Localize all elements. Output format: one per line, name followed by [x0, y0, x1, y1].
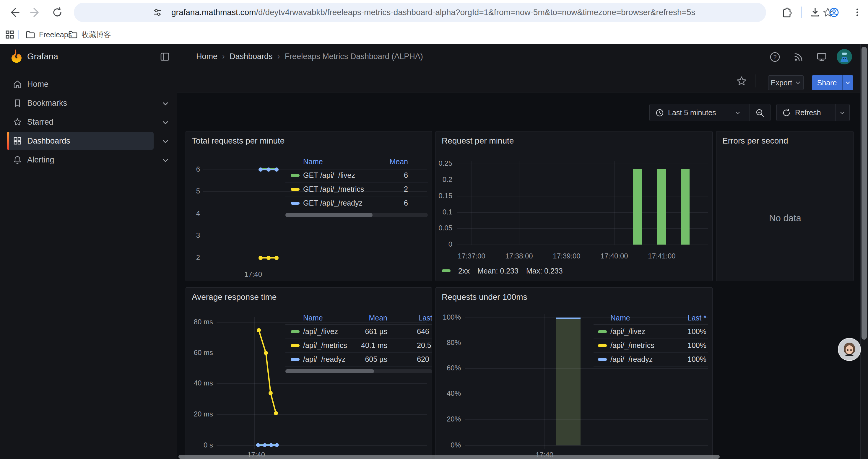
toolbar-divider: [801, 6, 802, 18]
site-settings-icon[interactable]: [153, 8, 162, 17]
sidebar: Home Bookmarks Starred Dashboards Alerti…: [0, 69, 177, 459]
y-tick: 60%: [436, 364, 461, 372]
panel-errors-per-second[interactable]: Errors per second No data: [716, 131, 854, 281]
url-path: /d/deytv4rwavabkb/freeleaps-metrics-dash…: [256, 8, 695, 17]
legend-col-mean[interactable]: Mean: [358, 314, 387, 322]
page-scrollbar-thumb[interactable]: [862, 47, 867, 340]
legend-col-name[interactable]: Name: [610, 314, 630, 322]
panel-title: Request per minute: [442, 136, 514, 145]
legend-row[interactable]: GET /api/_/metrics 2: [285, 182, 428, 196]
legend-inline[interactable]: 2xx Mean: 0.233 Max: 0.233: [442, 266, 563, 276]
time-range-label: Last 5 minutes: [668, 104, 716, 121]
legend-row[interactable]: GET /api/_/livez 6: [285, 168, 428, 183]
series-mean: Mean: 0.233: [477, 267, 519, 275]
chevron-down-icon[interactable]: [839, 110, 845, 116]
legend-row[interactable]: /api/_/readyz 100%: [593, 352, 708, 366]
sidebar-item-home[interactable]: Home: [0, 75, 177, 93]
legend-row[interactable]: /api/_/readyz 605 µs 620: [285, 352, 432, 366]
sidebar-item-label: Dashboards: [27, 132, 70, 150]
legend-col-last[interactable]: Last *: [677, 314, 706, 322]
chevron-down-icon[interactable]: [162, 100, 169, 107]
legend-col-name[interactable]: Name: [303, 157, 323, 166]
legend-row[interactable]: /api/_/metrics 100%: [593, 338, 708, 353]
breadcrumb-separator: ›: [273, 52, 285, 61]
legend-col-last[interactable]: Last: [418, 314, 432, 322]
gridline: [614, 161, 615, 244]
sidebar-item-bookmarks[interactable]: Bookmarks: [0, 94, 177, 112]
refresh-button[interactable]: Refresh: [776, 104, 850, 121]
y-tick: 0.15: [436, 192, 452, 200]
breadcrumb-separator: ›: [217, 52, 229, 61]
news-rss-icon[interactable]: [793, 52, 804, 63]
series-name: /api/_/readyz: [610, 355, 653, 364]
breadcrumb-home[interactable]: Home: [196, 52, 217, 61]
favorite-star-icon[interactable]: [736, 76, 747, 86]
series-name: /api/_/livez: [303, 327, 338, 336]
profile-icon[interactable]: [829, 7, 840, 18]
reload-icon[interactable]: [51, 6, 64, 19]
gridline: [457, 180, 708, 180]
bookmark-folder-freeleaps[interactable]: Freeleaps: [26, 25, 72, 44]
chevron-down-icon[interactable]: [162, 157, 169, 164]
breadcrumb-dashboards[interactable]: Dashboards: [229, 52, 273, 61]
share-label: Share: [817, 78, 837, 87]
assistant-avatar-button[interactable]: [838, 338, 861, 361]
legend-col-name[interactable]: Name: [303, 314, 323, 322]
url-bar[interactable]: grafana.mathmast.com/d/deytv4rwavabkb/fr…: [74, 3, 766, 22]
chevron-down-icon[interactable]: [162, 119, 169, 126]
sidebar-item-alerting[interactable]: Alerting: [0, 151, 177, 169]
time-range-picker[interactable]: Last 5 minutes: [649, 104, 771, 121]
dock-menu-icon[interactable]: [159, 52, 170, 62]
x-tick: 17:40:00: [593, 252, 635, 260]
legend-row[interactable]: GET /api/_/readyz 6: [285, 196, 428, 210]
series-swatch: [291, 188, 300, 191]
series-name: 2xx: [458, 267, 470, 275]
monitor-icon[interactable]: [816, 52, 827, 63]
download-icon[interactable]: [809, 7, 821, 18]
share-button[interactable]: Share: [812, 75, 842, 90]
legend-row[interactable]: /api/_/livez 100%: [593, 325, 708, 339]
dashboard-canvas: Last 5 minutes Refresh Total requests pe…: [177, 93, 860, 459]
panel-average-response-time[interactable]: Average response time 80 ms 60 ms 40 ms …: [186, 287, 432, 459]
browser-menu-icon[interactable]: [852, 7, 863, 18]
gridline: [545, 314, 545, 449]
zoom-out-icon[interactable]: [755, 108, 764, 117]
y-tick: 0.1: [436, 208, 452, 216]
horizontal-scrollbar-thumb[interactable]: [179, 455, 720, 459]
help-icon[interactable]: ?: [769, 52, 780, 63]
series-swatch: [598, 330, 607, 333]
series-name: GET /api/_/livez: [303, 171, 355, 179]
panel-total-requests[interactable]: Total requests per minute 6 5 4 3 2 17:4…: [186, 131, 432, 281]
back-icon[interactable]: [8, 6, 21, 19]
y-tick: 0.25: [436, 159, 452, 167]
sidebar-item-dashboards[interactable]: Dashboards: [0, 132, 177, 150]
url-text[interactable]: grafana.mathmast.com/d/deytv4rwavabkb/fr…: [172, 3, 695, 22]
screen: grafana.mathmast.com/d/deytv4rwavabkb/fr…: [0, 0, 868, 459]
clock-icon: [656, 109, 664, 117]
y-tick: 20%: [436, 415, 461, 423]
user-avatar[interactable]: [837, 49, 852, 64]
legend-row[interactable]: /api/_/livez 661 µs 646: [285, 325, 432, 339]
share-menu-button[interactable]: [842, 75, 853, 90]
extensions-icon[interactable]: [780, 7, 792, 18]
bookmark-folder-blogs[interactable]: 收藏博客: [68, 25, 111, 44]
legend-col-mean[interactable]: Mean: [378, 157, 408, 166]
forward-icon[interactable]: [29, 6, 42, 19]
panel-requests-under-100ms[interactable]: Requests under 100ms 100% 80% 60% 40% 20…: [435, 287, 713, 459]
gridline: [457, 228, 708, 229]
chevron-down-icon[interactable]: [162, 138, 169, 145]
grafana-logo[interactable]: [8, 48, 24, 64]
grafana-brand[interactable]: Grafana: [27, 44, 58, 69]
series-mean: 605 µs: [358, 355, 387, 364]
series-last: 620: [417, 355, 432, 364]
apps-grid-icon[interactable]: [5, 30, 14, 39]
series-name: /api/_/readyz: [303, 355, 345, 364]
legend-scrollbar[interactable]: [285, 213, 428, 217]
panel-request-per-minute[interactable]: Request per minute 0.25 0.2 0.15 0.1 0.0…: [435, 131, 713, 281]
legend-scrollbar[interactable]: [285, 369, 432, 373]
export-button[interactable]: Export: [768, 75, 804, 90]
series-mean: 6: [378, 199, 408, 207]
legend-row[interactable]: /api/_/metrics 40.1 ms 20.5 ms: [285, 338, 432, 353]
series-last: 646: [417, 327, 432, 336]
sidebar-item-starred[interactable]: Starred: [0, 113, 177, 131]
